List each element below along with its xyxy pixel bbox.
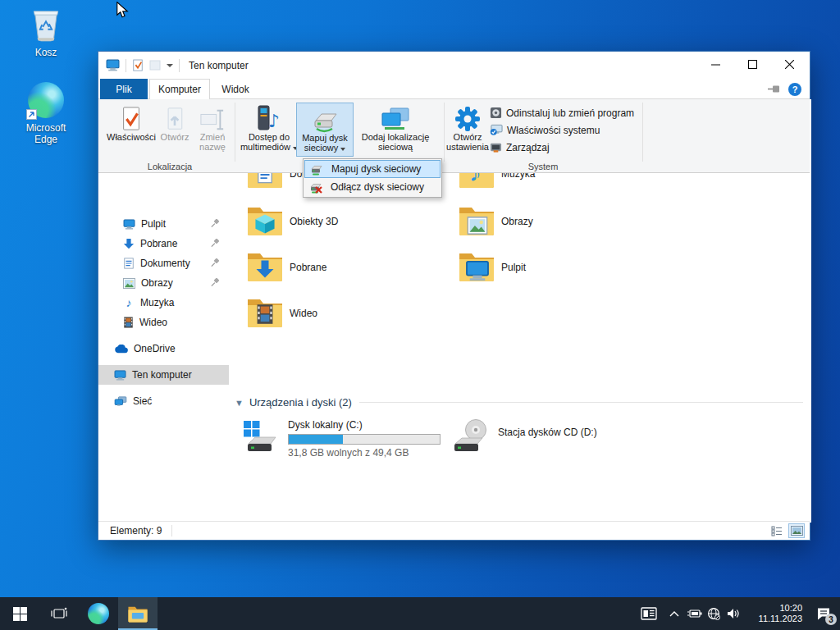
news-widget-icon[interactable]	[633, 597, 664, 630]
sidebar-item-this-pc[interactable]: Ten komputer	[98, 365, 229, 385]
videos-overlay-icon	[256, 303, 274, 326]
shortcut-arrow-icon	[26, 109, 37, 120]
tab-file[interactable]: Plik	[100, 79, 148, 99]
pictures-icon	[123, 278, 135, 289]
items-count: Elementy: 9	[110, 525, 162, 536]
folder-tile-videos[interactable]: Wideo	[246, 294, 451, 332]
devices-section-header[interactable]: ▼ Urządzenia i dyski (2)	[235, 396, 803, 409]
volume-icon[interactable]	[724, 597, 743, 630]
taskbar-explorer-button[interactable]	[118, 597, 158, 630]
explorer-window: Ten komputer Plik Komputer Widok ?	[98, 51, 810, 541]
edge-icon	[88, 603, 109, 624]
music-icon: ♪	[123, 296, 135, 309]
start-button[interactable]	[0, 597, 39, 630]
pin-icon	[210, 278, 219, 287]
qat-customize-arrow-icon[interactable]	[167, 64, 173, 67]
pin-icon	[210, 258, 219, 267]
ribbon-tab-row: Plik Komputer Widok ?	[98, 79, 810, 99]
power-battery-icon[interactable]	[684, 597, 704, 630]
properties-icon	[119, 103, 144, 132]
status-bar: Elementy: 9	[98, 521, 810, 540]
map-drive-menu-icon	[310, 163, 323, 175]
taskbar: 10:20 11.11.2023 3	[0, 597, 840, 630]
mouse-cursor	[115, 2, 130, 18]
sidebar-item-pictures[interactable]: Obrazy	[98, 273, 229, 293]
open-settings-button[interactable]: Otwórz ustawienia	[447, 103, 488, 155]
windows-logo-icon	[13, 607, 27, 621]
sidebar-item-videos[interactable]: Wideo	[98, 313, 229, 332]
close-button[interactable]	[771, 52, 808, 76]
notification-center-button[interactable]: 3	[807, 597, 840, 630]
minimize-button[interactable]	[697, 52, 734, 76]
map-network-drive-button[interactable]: Mapuj dysk sieciowy	[296, 103, 354, 157]
network-icon	[114, 396, 127, 407]
menu-item-map-network-drive[interactable]: Mapuj dysk sieciowy	[304, 160, 441, 178]
folder-tile-downloads[interactable]: Pobrane	[246, 249, 451, 286]
add-network-location-button[interactable]: Dodaj lokalizację sieciową	[357, 103, 434, 155]
title-bar: Ten komputer	[98, 52, 810, 79]
sidebar-item-desktop[interactable]: Pulpit	[98, 214, 229, 234]
sidebar-item-documents[interactable]: Dokumenty	[98, 253, 229, 273]
network-globe-icon[interactable]	[704, 597, 724, 630]
task-view-icon	[51, 607, 67, 620]
map-network-drive-icon	[311, 103, 339, 133]
add-network-location-icon	[381, 103, 410, 132]
taskbar-clock[interactable]: 10:20 11.11.2023	[748, 603, 802, 624]
taskbar-edge-button[interactable]	[79, 597, 118, 630]
disk-usage-bar	[288, 434, 441, 445]
pin-ribbon-icon[interactable]	[768, 84, 780, 94]
system-properties-button[interactable]: Właściwości systemu	[490, 121, 634, 139]
drive-tile-cd-d[interactable]: Stacja dysków CD (D:)	[451, 419, 652, 460]
desktop: Kosz Microsoft Edge	[0, 0, 840, 630]
media-access-button[interactable]: ♪ Dostęp do multimediów	[240, 103, 299, 155]
svg-text:♪: ♪	[268, 111, 280, 131]
tab-view[interactable]: Widok	[212, 79, 259, 99]
local-disk-icon	[241, 419, 279, 454]
folder-tile-pictures[interactable]: Obrazy	[458, 203, 663, 240]
pictures-overlay-icon	[466, 217, 489, 235]
tab-computer[interactable]: Komputer	[149, 79, 210, 99]
sidebar-item-network[interactable]: Sieć	[98, 391, 229, 411]
pin-icon	[210, 219, 219, 228]
3d-cube-overlay-icon	[254, 213, 276, 235]
disconnect-drive-menu-icon	[309, 181, 322, 193]
documents-icon	[123, 258, 135, 269]
sidebar-item-music[interactable]: ♪ Muzyka	[98, 293, 229, 313]
folder-tile-desktop[interactable]: Pulpit	[458, 249, 663, 286]
rename-button: Zmień nazwę	[194, 103, 231, 155]
file-explorer-icon	[127, 605, 148, 623]
manage-button[interactable]: Zarządzaj	[490, 139, 634, 156]
qat-new-folder-icon[interactable]	[149, 59, 161, 71]
cd-drive-icon	[451, 419, 489, 454]
open-button: Otwórz	[156, 103, 194, 155]
uninstall-program-button[interactable]: Odinstaluj lub zmień program	[490, 104, 634, 121]
downloads-icon	[123, 238, 135, 249]
desktop-icon-label: Microsoft Edge	[13, 122, 79, 145]
task-view-button[interactable]	[39, 597, 79, 630]
sidebar-item-downloads[interactable]: Pobrane	[98, 234, 229, 253]
sidebar-item-onedrive[interactable]: OneDrive	[98, 339, 229, 358]
large-icons-view-button[interactable]	[788, 523, 805, 538]
media-access-icon: ♪	[256, 103, 282, 132]
drive-tile-local-c[interactable]: Dysk lokalny (C:) 31,8 GB wolnych z 49,4…	[241, 419, 442, 460]
details-view-button[interactable]	[769, 523, 785, 538]
this-pc-window-icon	[106, 59, 120, 71]
tray-chevron-icon[interactable]	[664, 597, 684, 630]
properties-button[interactable]: Właściwości	[107, 103, 155, 155]
desktop-icon	[123, 219, 135, 230]
maximize-button[interactable]	[734, 52, 771, 76]
desktop-icon-recycle-bin[interactable]: Kosz	[13, 5, 79, 58]
help-icon[interactable]: ?	[788, 83, 801, 96]
desktop-icon-label: Kosz	[13, 47, 79, 58]
system-properties-icon	[490, 124, 503, 136]
desktop-icon-edge[interactable]: Microsoft Edge	[13, 80, 79, 145]
folder-tile-3d-objects[interactable]: Obiekty 3D	[246, 203, 451, 240]
qat-properties-icon[interactable]	[132, 59, 144, 72]
menu-item-disconnect-network-drive[interactable]: Odłącz dysk sieciowy	[304, 178, 441, 196]
group-label-location: Lokalizacja	[105, 162, 235, 171]
clock-date: 11.11.2023	[748, 614, 802, 624]
collapse-chevron-icon: ▼	[235, 398, 244, 408]
recycle-bin-icon	[13, 5, 79, 44]
manage-icon	[490, 142, 502, 153]
uninstall-program-icon	[490, 107, 502, 119]
